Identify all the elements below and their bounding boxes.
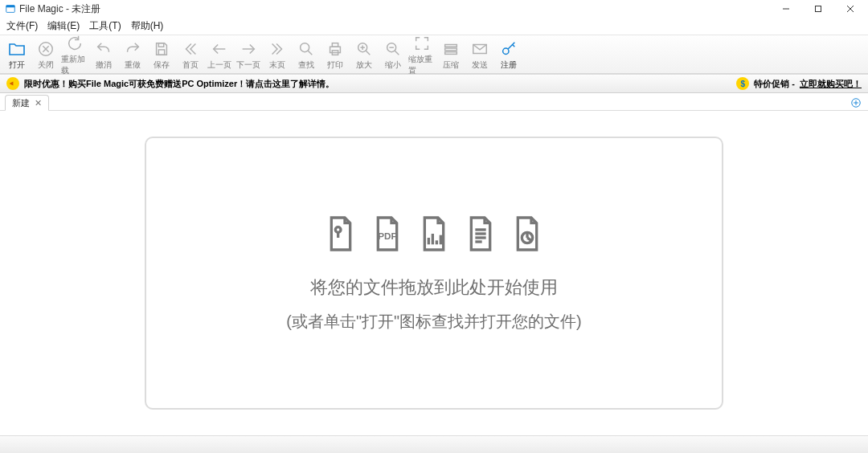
dropzone-line2: (或者单击"打开"图标查找并打开您的文件): [286, 311, 582, 333]
register-button[interactable]: 注册: [495, 39, 522, 71]
svg-line-48: [527, 238, 531, 240]
minimize-button[interactable]: [770, 0, 802, 18]
promo-right-label: 特价促销 -: [754, 78, 795, 90]
svg-rect-25: [445, 45, 457, 47]
svg-rect-16: [332, 43, 338, 47]
zoom-reset-icon: [412, 34, 432, 53]
svg-point-13: [301, 43, 309, 52]
toolbar-label: 查找: [298, 59, 314, 71]
toolbar-label: 发送: [472, 59, 488, 71]
chart-file-icon: [418, 214, 450, 256]
dropzone-line1: 将您的文件拖放到此处开始使用: [310, 275, 558, 300]
zoom-reset-button[interactable]: 缩放重置: [408, 34, 436, 76]
svg-rect-26: [445, 48, 457, 51]
next-page-button[interactable]: 下一页: [235, 39, 262, 71]
toolbar-label: 关闭: [38, 59, 54, 71]
open-button[interactable]: 打开: [3, 39, 31, 71]
app-icon: [5, 3, 16, 14]
svg-rect-10: [158, 50, 164, 55]
zoom-out-icon: [383, 39, 403, 59]
svg-rect-9: [158, 43, 163, 47]
folder-open-icon: [7, 39, 27, 59]
tab-new[interactable]: 新建 ✕: [5, 95, 49, 111]
toolbar-label: 打开: [9, 59, 25, 71]
piechart-file-icon: [511, 214, 543, 256]
last-page-icon: [268, 39, 287, 59]
close-circle-icon: [36, 39, 55, 59]
toolbar-label: 末页: [269, 59, 285, 71]
redo-button[interactable]: 重做: [119, 39, 146, 71]
last-page-button[interactable]: 末页: [264, 39, 291, 71]
status-bar: [0, 435, 868, 453]
zoom-out-button[interactable]: 缩小: [379, 39, 407, 71]
menu-tools[interactable]: 工具(T): [89, 19, 121, 33]
menu-file[interactable]: 文件(F): [6, 19, 38, 33]
svg-rect-15: [330, 47, 341, 52]
undo-icon: [94, 39, 113, 59]
toolbar-label: 重新加载: [61, 54, 88, 76]
reload-icon: [65, 34, 84, 53]
first-page-button[interactable]: 首页: [177, 39, 204, 71]
menu-help[interactable]: 帮助(H): [131, 19, 164, 33]
main-area: PDF 将您的文件拖放到此处开始使用 (或者单击"打开"图标查找并打开您的文件): [0, 111, 868, 435]
svg-rect-3: [816, 6, 821, 12]
toolbar-label: 压缩: [443, 59, 459, 71]
svg-rect-1: [6, 6, 15, 8]
redo-icon: [123, 39, 142, 59]
toolbar-label: 重做: [125, 59, 141, 71]
print-button[interactable]: 打印: [321, 39, 349, 71]
first-page-icon: [181, 39, 200, 59]
promo-bar: 限时优惠！购买File Magic可获免费赠送PC Optimizer！请点击这…: [0, 74, 868, 93]
svg-rect-27: [445, 52, 457, 55]
prev-page-button[interactable]: 上一页: [206, 39, 233, 71]
menu-bar: 文件(F) 编辑(E) 工具(T) 帮助(H): [0, 18, 868, 35]
toolbar-label: 保存: [154, 59, 170, 71]
close-file-button[interactable]: 关闭: [32, 39, 59, 71]
toolbar-label: 上一页: [207, 59, 231, 71]
drop-zone[interactable]: PDF 将您的文件拖放到此处开始使用 (或者单击"打开"图标查找并打开您的文件): [145, 137, 723, 410]
maximize-button[interactable]: [802, 0, 834, 18]
find-button[interactable]: 查找: [293, 39, 320, 71]
pdf-file-icon: PDF: [371, 214, 403, 256]
zoom-in-icon: [354, 39, 374, 59]
new-tab-button[interactable]: [849, 96, 863, 110]
promo-left-text: 限时优惠！购买File Magic可获免费赠送PC Optimizer！请点击这…: [24, 78, 334, 90]
envelope-icon: [470, 39, 489, 59]
text-file-icon: [465, 214, 497, 256]
title-bar: File Magic - 未注册: [0, 0, 868, 18]
promo-right[interactable]: $ 特价促销 - 立即就购买吧！: [736, 77, 862, 90]
printer-icon: [326, 39, 345, 59]
close-button[interactable]: [834, 0, 866, 18]
tab-close-icon[interactable]: ✕: [35, 98, 42, 108]
promo-left[interactable]: 限时优惠！购买File Magic可获免费赠送PC Optimizer！请点击这…: [6, 77, 334, 90]
menu-edit[interactable]: 编辑(E): [47, 19, 80, 33]
toolbar: 打开 关闭 重新加载 撤消 重做 保存 首页: [0, 35, 868, 74]
window-controls: [770, 0, 866, 18]
toolbar-label: 注册: [501, 59, 517, 71]
tab-bar: 新建 ✕: [0, 93, 868, 111]
svg-line-23: [395, 51, 399, 55]
toolbar-label: 撤消: [96, 59, 112, 71]
search-icon: [297, 39, 316, 59]
save-button[interactable]: 保存: [148, 39, 175, 71]
arrow-right-icon: [239, 39, 258, 59]
archive-file-icon: [325, 214, 357, 256]
compress-icon: [441, 39, 461, 59]
compress-button[interactable]: 压缩: [437, 39, 465, 71]
svg-line-19: [366, 51, 370, 55]
zoom-in-button[interactable]: 放大: [350, 39, 378, 71]
undo-button[interactable]: 撤消: [90, 39, 117, 71]
save-icon: [152, 39, 171, 59]
window-title: File Magic - 未注册: [19, 2, 100, 16]
dollar-icon: $: [736, 77, 749, 90]
key-icon: [499, 39, 518, 59]
toolbar-label: 缩小: [385, 59, 401, 71]
arrow-left-icon: [210, 39, 229, 59]
toolbar-label: 缩放重置: [408, 54, 436, 76]
send-button[interactable]: 发送: [466, 39, 493, 71]
tab-label: 新建: [12, 97, 30, 109]
toolbar-label: 放大: [356, 59, 372, 71]
promo-buy-link[interactable]: 立即就购买吧！: [800, 78, 862, 90]
svg-line-31: [513, 45, 515, 47]
reload-button[interactable]: 重新加载: [61, 34, 88, 76]
